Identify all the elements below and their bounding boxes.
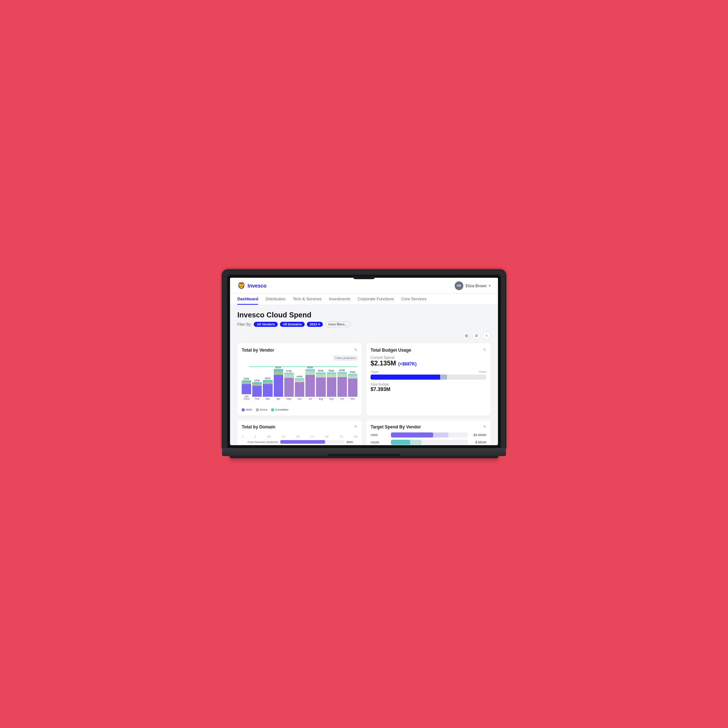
domain-bars: 0 .5 1M 1.5 2M 2.5 3M 3.5 4M (242, 433, 358, 445)
vendor-bar-aws (391, 433, 468, 437)
filter-all-vendors[interactable]: All Vendors (254, 322, 278, 327)
bar-sep: 590K Sep (327, 369, 336, 400)
bar-jul: 665K Jul (305, 366, 315, 400)
chart-bars: 335K Jan 2023 (242, 356, 358, 407)
avatar: EB (455, 281, 463, 290)
vendor-bar-azure (391, 440, 468, 445)
tab-dashboard[interactable]: Dashboard (237, 294, 258, 305)
domain-core-amount: $90K (347, 440, 358, 444)
vendor-amount-azure: $.681M (470, 440, 486, 444)
budget-bar-track (370, 375, 486, 380)
tab-investments[interactable]: Investments (329, 294, 350, 305)
filter-year[interactable]: 2023 ▾ (307, 322, 323, 327)
legend-aws: AWS (242, 408, 252, 411)
filter-label: Filter By: (237, 323, 252, 327)
target-spend-edit-icon[interactable]: ✎ (483, 424, 486, 429)
domain-core-label: Core Services (Indirect) (242, 440, 278, 444)
target-spend-card: Target Spend By Vendor ✎ AWS (366, 420, 491, 445)
tab-core-services[interactable]: Core Services (401, 294, 426, 305)
budget-bar-trend (440, 375, 447, 380)
laptop-screen: 🦁 Invesco EB Eliza Brown ▾ (230, 278, 498, 445)
user-name: Eliza Brown (466, 284, 487, 288)
budget-bar-fill (370, 375, 440, 380)
vendor-chart-edit-icon[interactable]: ✎ (354, 348, 358, 352)
budget-usage-card: Total Budget Usage ✎ Current Spend $2.13… (366, 343, 491, 416)
bar-jun: 445K Jun (295, 375, 304, 400)
logo-text: Invesco (248, 283, 266, 289)
filter-row: Filter By: All Vendors All Domains 2023 … (237, 321, 491, 327)
tab-nav: Dashboard Distribution Tech & Services I… (230, 294, 498, 305)
spend-amount: $2.135M (370, 359, 396, 367)
domain-edit-icon[interactable]: ✎ (354, 424, 358, 429)
vendor-row-aws: AWS $3.083M (370, 433, 486, 437)
dashboard-grid: Total by Vendor ✎ Future projections (237, 343, 491, 445)
bar-nov: 556K Nov (348, 371, 358, 400)
vendor-legend: AWS Azure Snowflake (242, 408, 358, 411)
tab-distribution[interactable]: Distribution (265, 294, 285, 305)
main-content: Invesco Cloud Spend Filter By: All Vendo… (230, 305, 498, 445)
vendor-row-azure: Azure $.681M (370, 440, 486, 445)
target-spend-title: Target Spend By Vendor (370, 424, 421, 430)
bar-mar: 387K Mar (263, 377, 272, 400)
budget-edit-icon[interactable]: ✎ (483, 348, 486, 352)
vendor-name-aws: AWS (370, 433, 389, 437)
laptop-foot (229, 456, 499, 458)
bar-jan: 335K Jan 2023 (242, 378, 251, 400)
vendor-chart-area: Future projections 335K (242, 356, 358, 407)
bar-oct: 605K Oct (337, 369, 347, 400)
chevron-down-icon: ▾ (489, 284, 491, 288)
domain-row-core: Core Services (Indirect) $90K (242, 440, 358, 444)
domain-x-axis: 0 .5 1M 1.5 2M 2.5 3M 3.5 4M (242, 435, 358, 438)
screen-bezel: 🦁 Invesco EB Eliza Brown ▾ (227, 275, 501, 448)
filter-all-domains[interactable]: All Domains (280, 322, 305, 327)
filter-more[interactable]: more filters... (325, 321, 350, 327)
bar-aug: 595K Aug (316, 369, 326, 400)
app: 🦁 Invesco EB Eliza Brown ▾ (230, 278, 498, 445)
budget-usage-header: Total Budget Usage ✎ (370, 348, 486, 353)
spend-delta: (+$687K) (398, 361, 416, 367)
total-budget-value: $7.393M (370, 386, 486, 392)
icon-row: ⊞ ⚙ + (237, 332, 491, 340)
domain-chart-card: Total by Domain ✎ 0 .5 1M 1.5 (237, 420, 362, 445)
bar-apr: 663K Apr (274, 366, 283, 400)
budget-bar-row: Target Trend (370, 370, 486, 380)
budget-bar-labels: Target Trend (370, 370, 486, 373)
domain-chart-header: Total by Domain ✎ (242, 424, 358, 430)
bar-feb: 345K Feb (252, 379, 262, 400)
vendor-chart-title: Total by Vendor (242, 348, 274, 353)
budget-spend-value: $2.135M (+$687K) (370, 359, 486, 367)
target-spend-header: Target Spend By Vendor ✎ (370, 424, 486, 430)
navbar: 🦁 Invesco EB Eliza Brown ▾ (230, 278, 498, 294)
navbar-left: 🦁 Invesco (237, 282, 266, 290)
domain-core-bar (280, 440, 344, 444)
add-icon[interactable]: + (483, 332, 491, 340)
laptop-base (222, 448, 506, 456)
vendor-chart-card: Total by Vendor ✎ Future projections (237, 343, 362, 416)
budget-usage-title: Total Budget Usage (370, 348, 411, 353)
vendor-chart-header: Total by Vendor ✎ (242, 348, 358, 353)
legend-azure: Azure (256, 408, 268, 411)
bar-may: 579K May (284, 370, 294, 400)
budget-current-spend: Current Spend (370, 356, 486, 359)
logo-icon: 🦁 (237, 282, 245, 290)
page-title: Invesco Cloud Spend (237, 311, 491, 319)
settings-icon[interactable]: ⚙ (473, 332, 480, 340)
navbar-right: EB Eliza Brown ▾ (455, 281, 491, 290)
tab-corporate-functions[interactable]: Corporate Functions (358, 294, 394, 305)
camera-notch (353, 276, 375, 279)
tab-tech-services[interactable]: Tech & Services (293, 294, 322, 305)
vendor-amount-aws: $3.083M (470, 433, 486, 437)
domain-chart-title: Total by Domain (242, 424, 275, 430)
vendor-name-azure: Azure (370, 440, 389, 444)
current-spend-label: Current Spend (370, 356, 394, 359)
laptop-container: 🦁 Invesco EB Eliza Brown ▾ (222, 270, 506, 458)
grid-icon[interactable]: ⊞ (462, 332, 470, 340)
total-budget-label: Total Budget (370, 382, 486, 386)
legend-snowflake: Snowflake (271, 408, 289, 411)
laptop-lid: 🦁 Invesco EB Eliza Brown ▾ (222, 270, 506, 448)
